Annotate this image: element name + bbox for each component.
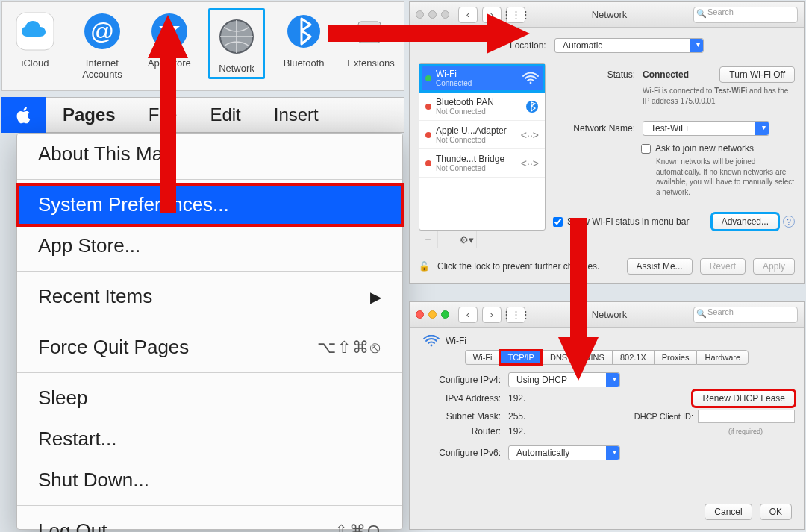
apple-menu[interactable]	[1, 97, 46, 133]
sidebar-item-wifi[interactable]: Wi-FiConnected	[419, 64, 545, 93]
network-window: ‹ › ⋮⋮⋮ Network Search Location: Automat…	[409, 1, 805, 284]
configure-ipv6-select[interactable]: Automatically	[508, 445, 620, 460]
dd-shutdown[interactable]: Shut Down...	[17, 460, 402, 501]
tab-wifi[interactable]: Wi-Fi	[465, 350, 500, 365]
label: Extensions	[343, 57, 399, 69]
svg-text:@: @	[90, 18, 114, 45]
dd-appstore[interactable]: App Store...	[17, 225, 402, 266]
search-input[interactable]: Search	[693, 7, 798, 23]
network-name-select[interactable]: Test-WiFi	[643, 121, 769, 136]
sysprefs-extensions[interactable]: Extensions	[343, 8, 399, 69]
tab-tcpip[interactable]: TCP/IP	[499, 350, 541, 365]
tab-dns[interactable]: DNS	[542, 350, 575, 365]
menu-edit[interactable]: Edit	[193, 104, 257, 125]
separator	[17, 179, 402, 180]
tabs: Wi-Fi TCP/IP DNS WINS 802.1X Proxies Har…	[419, 350, 795, 365]
sysprefs-appstore[interactable]: App Store	[141, 8, 198, 69]
ok-button[interactable]: OK	[760, 504, 792, 520]
lock-icon[interactable]: 🔓	[419, 261, 430, 272]
revert-button[interactable]: Revert	[700, 258, 746, 275]
tab-hardware[interactable]: Hardware	[696, 350, 749, 365]
cancel-button[interactable]: Cancel	[705, 504, 752, 520]
app-name[interactable]: Pages	[46, 104, 132, 125]
apple-menu-dropdown: About This Mac System Preferences... App…	[16, 133, 403, 530]
toolbar: ‹ › ⋮⋮⋮ Network Search	[410, 302, 804, 328]
location-row: Location: Automatic	[419, 38, 795, 53]
advanced-button[interactable]: Advanced...	[712, 213, 778, 230]
wifi-label: Wi-Fi	[446, 336, 466, 346]
dd-system-preferences[interactable]: System Preferences...	[17, 184, 402, 225]
clientid-label: DHCP Client ID:	[634, 412, 693, 421]
sysprefs-icloud[interactable]: iCloud	[7, 8, 63, 69]
grid-button[interactable]: ⋮⋮⋮	[506, 7, 525, 23]
status-dot-icon	[425, 132, 431, 138]
ask-join-checkbox[interactable]	[641, 144, 651, 154]
at-icon: @	[79, 8, 125, 54]
forward-button[interactable]: ›	[482, 7, 502, 23]
svg-point-9	[530, 81, 532, 84]
pane-header: Wi-Fi	[423, 335, 795, 347]
sysprefs-internet-accounts[interactable]: @ Internet Accounts	[74, 8, 131, 80]
dhcp-client-id-input[interactable]	[698, 410, 795, 423]
back-button[interactable]: ‹	[458, 7, 478, 23]
ask-join-label: Ask to join new networks	[655, 143, 754, 154]
location-select[interactable]: Automatic	[554, 38, 704, 53]
shortcut: ⌥⇧⌘⎋	[317, 338, 381, 357]
lock-text: Click the lock to prevent further change…	[437, 261, 599, 272]
ethernet-icon: <··>	[521, 129, 539, 141]
window-footer: 🔓 Click the lock to prevent further chan…	[419, 258, 795, 275]
appstore-icon	[146, 8, 193, 54]
search-input[interactable]: Search	[693, 307, 798, 323]
sysprefs-bluetooth[interactable]: Bluetooth	[275, 8, 332, 69]
connection-info: Wi-Fi is connected to Test-WiFi and has …	[643, 86, 795, 106]
tab-8021x[interactable]: 802.1X	[612, 350, 654, 365]
interface-sidebar-wrap: Wi-FiConnected Bluetooth PANNot Connecte…	[419, 63, 546, 248]
dd-recent-items[interactable]: Recent Items▶	[17, 276, 402, 317]
menu-insert[interactable]: Insert	[257, 104, 335, 125]
dd-logout[interactable]: Log Out⇧⌘Q	[17, 510, 402, 532]
sidebar-item-thunderbolt-bridge[interactable]: Thunde...t BridgeNot Connected <··>	[419, 149, 545, 178]
renew-dhcp-lease-button[interactable]: Renew DHCP Lease	[693, 390, 795, 407]
forward-button[interactable]: ›	[482, 307, 502, 323]
window-title: Network	[530, 309, 689, 320]
apply-button[interactable]: Apply	[753, 258, 795, 275]
network-icon	[213, 13, 260, 60]
sidebar-item-usb-adapter[interactable]: Apple U...AdapterNot Connected <··>	[419, 121, 545, 149]
extensions-icon	[348, 8, 394, 54]
back-button[interactable]: ‹	[458, 307, 478, 323]
help-button[interactable]: ?	[783, 216, 795, 228]
interface-options-button[interactable]: ⚙︎▾	[457, 231, 477, 248]
status-value: Connected	[643, 69, 689, 80]
network-name-label: Network Name:	[553, 123, 635, 134]
tab-proxies[interactable]: Proxies	[654, 350, 697, 365]
separator	[17, 372, 402, 373]
assist-me-button[interactable]: Assist Me...	[627, 258, 693, 275]
add-interface-button[interactable]: ＋	[419, 231, 438, 248]
shortcut: ⇧⌘Q	[334, 522, 381, 533]
grid-button[interactable]: ⋮⋮⋮	[506, 307, 525, 323]
menubar: Pages File Edit Insert	[1, 97, 404, 133]
toolbar: ‹ › ⋮⋮⋮ Network Search	[410, 2, 804, 28]
dd-about[interactable]: About This Mac	[17, 134, 402, 175]
sysprefs-icon-row: iCloud @ Internet Accounts App Store Net…	[1, 1, 404, 91]
configure-ipv4-select[interactable]: Using DHCP	[508, 372, 620, 387]
remove-interface-button[interactable]: −	[438, 231, 457, 248]
dd-sleep[interactable]: Sleep	[17, 378, 402, 419]
clientid-note: (if required)	[696, 428, 795, 435]
ethernet-icon: <··>	[521, 157, 539, 169]
dd-force-quit[interactable]: Force Quit Pages⌥⇧⌘⎋	[17, 327, 402, 368]
tab-wins[interactable]: WINS	[575, 350, 612, 365]
interface-sidebar: Wi-FiConnected Bluetooth PANNot Connecte…	[419, 63, 546, 231]
menu-file[interactable]: File	[132, 104, 194, 125]
sysprefs-network[interactable]: Network	[208, 8, 265, 79]
sidebar-toolbar: ＋ − ⚙︎▾	[419, 231, 546, 248]
icloud-icon	[12, 8, 58, 54]
show-status-checkbox[interactable]	[553, 217, 563, 227]
separator	[17, 505, 402, 506]
ask-join-help: Known networks will be joined automatica…	[656, 157, 795, 197]
dd-restart[interactable]: Restart...	[17, 419, 402, 460]
window-title: Network	[530, 9, 689, 20]
turn-wifi-off-button[interactable]: Turn Wi-Fi Off	[719, 66, 795, 83]
sidebar-item-bluetooth-pan[interactable]: Bluetooth PANNot Connected	[419, 93, 545, 121]
label: iCloud	[7, 57, 63, 69]
